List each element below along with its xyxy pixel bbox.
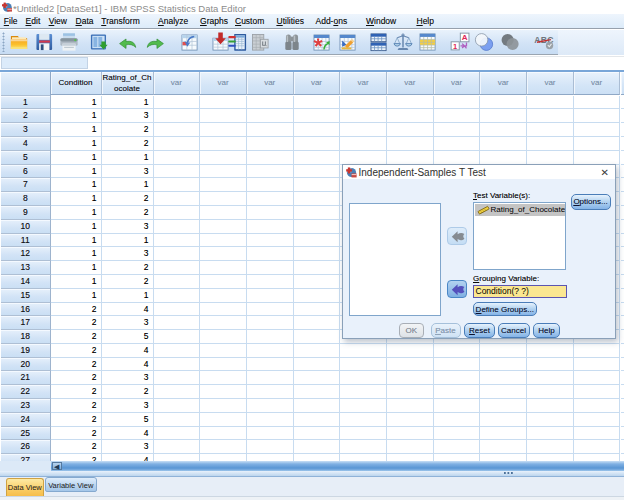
svg-text:A: A [462, 33, 468, 42]
svg-text:1: 1 [453, 41, 457, 50]
